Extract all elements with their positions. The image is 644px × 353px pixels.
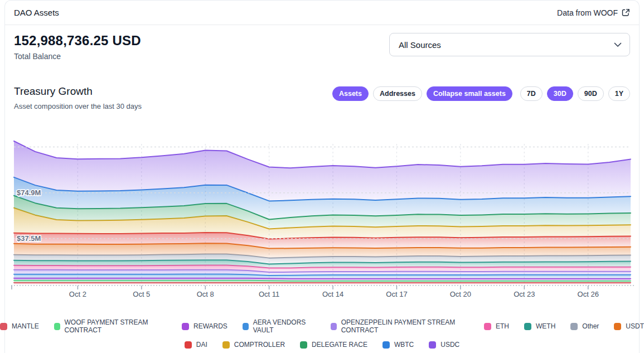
balance-row: 152,988,736.25 USD Total Balance All Sou… [5, 25, 639, 61]
legend-label: USDT [626, 322, 644, 330]
legend-swatch-icon [614, 323, 621, 330]
section-title: Treasury Growth [14, 85, 142, 98]
balance-block: 152,988,736.25 USD Total Balance [14, 33, 141, 61]
legend-label: DAI [196, 341, 207, 349]
section-subtitle: Asset composition over the last 30 days [14, 102, 142, 110]
section-heading: Treasury Growth Asset composition over t… [14, 85, 142, 110]
legend-swatch-icon [243, 323, 249, 330]
legend-item: USDT [614, 322, 644, 330]
legend-item: WBTC [382, 341, 414, 349]
legend-swatch-icon [222, 341, 230, 349]
range-7d-button[interactable]: 7D [520, 86, 543, 101]
legend-swatch-icon [484, 323, 491, 330]
legend-swatch-icon [54, 323, 60, 330]
range-90d-button[interactable]: 90D [578, 86, 604, 101]
addresses-toggle-button[interactable]: Addresses [373, 86, 422, 101]
svg-text:Oct 11: Oct 11 [259, 290, 279, 298]
total-balance-label: Total Balance [14, 52, 141, 61]
legend-label: OPENZEPPELIN PAYMENT STREAM CONTRACT [341, 318, 469, 334]
legend-item: ETH [484, 322, 509, 330]
svg-text:Oct 2: Oct 2 [69, 290, 86, 298]
legend-item: REWARDS [182, 322, 227, 330]
chart-controls: Assets Addresses Collapse small assets 7… [332, 85, 630, 101]
external-link-icon [622, 8, 630, 17]
assets-toggle-button[interactable]: Assets [332, 86, 369, 101]
svg-text:Oct 17: Oct 17 [386, 290, 407, 298]
sources-dropdown[interactable]: All Sources [389, 33, 630, 56]
svg-text:Oct 8: Oct 8 [197, 290, 214, 298]
legend-swatch-icon [185, 341, 192, 349]
legend-item: MANTLE [0, 322, 39, 330]
legend-label: Other [582, 322, 599, 330]
legend-swatch-icon [182, 323, 189, 330]
legend-label: REWARDS [193, 322, 227, 330]
legend-label: WBTC [394, 341, 414, 349]
svg-text:Oct 20: Oct 20 [450, 290, 471, 298]
svg-text:Oct 26: Oct 26 [578, 290, 599, 298]
legend-label: WETH [536, 322, 555, 330]
legend-swatch-icon [300, 341, 307, 349]
data-source-link-label: Data from WOOF [557, 8, 618, 17]
total-balance-amount: 152,988,736.25 USD [14, 33, 141, 49]
legend-swatch-icon [524, 323, 531, 330]
section-row: Treasury Growth Asset composition over t… [5, 61, 639, 110]
range-buttons: 7D 30D 90D 1Y [520, 86, 630, 101]
chevron-down-icon [614, 42, 622, 47]
legend-item: WETH [524, 322, 555, 330]
legend-item: AERA VENDORS VAULT [243, 318, 316, 334]
legend-label: AERA VENDORS VAULT [253, 318, 316, 334]
legend-swatch-icon [429, 341, 436, 349]
legend-item: OPENZEPPELIN PAYMENT STREAM CONTRACT [331, 318, 469, 334]
legend-row-1: MANTLEWOOF PAYMENT STREAM CONTRACTREWARD… [0, 318, 644, 334]
page-title: DAO Assets [14, 8, 59, 17]
data-source-link[interactable]: Data from WOOF [557, 8, 630, 17]
chart-legend: MANTLEWOOF PAYMENT STREAM CONTRACTREWARD… [0, 318, 644, 349]
card-header: DAO Assets Data from WOOF [5, 1, 639, 25]
legend-label: ETH [496, 322, 509, 330]
legend-label: USDC [440, 341, 459, 349]
svg-text:$37.5M: $37.5M [17, 234, 41, 243]
legend-row-2: DAICOMPTROLLERDELEGATE RACEWBTCUSDC [0, 341, 644, 349]
svg-text:Oct 23: Oct 23 [514, 290, 535, 298]
legend-label: WOOF PAYMENT STREAM CONTRACT [65, 318, 167, 334]
svg-text:Oct 14: Oct 14 [322, 290, 343, 298]
sources-dropdown-value: All Sources [399, 40, 441, 50]
svg-text:$74.9M: $74.9M [17, 188, 41, 197]
legend-label: DELEGATE RACE [312, 341, 367, 349]
legend-swatch-icon [382, 341, 390, 349]
legend-swatch-icon [0, 323, 7, 330]
range-30d-button[interactable]: 30D [547, 86, 573, 101]
legend-item: DAI [185, 341, 207, 349]
legend-swatch-icon [331, 323, 337, 330]
range-1y-button[interactable]: 1Y [608, 86, 630, 101]
legend-label: MANTLE [12, 322, 39, 330]
legend-item: COMPTROLLER [222, 341, 285, 349]
legend-label: COMPTROLLER [234, 341, 285, 349]
treasury-growth-chart[interactable]: $37.5M$74.9MOct 2Oct 5Oct 8Oct 11Oct 14O… [0, 134, 644, 301]
legend-swatch-icon [570, 323, 578, 330]
legend-item: USDC [429, 341, 459, 349]
collapse-small-assets-button[interactable]: Collapse small assets [427, 86, 512, 101]
legend-item: WOOF PAYMENT STREAM CONTRACT [54, 318, 167, 334]
legend-item: Other [570, 322, 599, 330]
legend-item: DELEGATE RACE [300, 341, 367, 349]
svg-text:Oct 5: Oct 5 [133, 290, 150, 298]
